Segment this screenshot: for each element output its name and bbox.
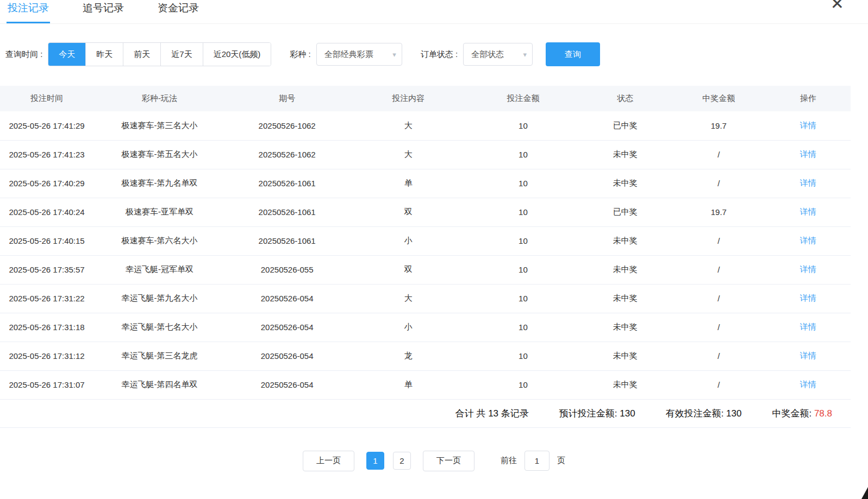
cell-prize: / [672,226,765,255]
detail-link[interactable]: 详情 [800,322,816,331]
summary-valid-amount: 有效投注金额: 130 [666,407,742,420]
filter-bar: 查询时间 : 今天 昨天 前天 近7天 近20天(低频) 彩种 : 全部经典彩票… [0,42,868,66]
cell-prize: / [672,370,765,399]
cell-game: 极速赛车-第九名单双 [93,169,226,198]
goto-page: 前往 页 [501,451,565,471]
tab-fund-records[interactable]: 资金记录 [157,0,200,23]
tab-chase-records[interactable]: 追号记录 [82,0,125,23]
table-row: 2025-05-26 17:31:12 幸运飞艇-第三名龙虎 20250526-… [0,342,851,370]
cell-content: 双 [349,198,468,226]
cell-content: 单 [349,370,468,399]
time-filter-group: 今天 昨天 前天 近7天 近20天(低频) [48,42,271,66]
table-header-row: 投注时间 彩种-玩法 期号 投注内容 投注金额 状态 中奖金额 操作 [0,86,851,111]
cell-game: 幸运飞艇-第七名大小 [93,313,226,342]
cell-action: 详情 [765,111,851,140]
lottery-filter-label: 彩种 : [290,49,310,60]
cell-amount: 10 [468,370,578,399]
cell-content: 大 [349,284,468,313]
cell-bet-time: 2025-05-26 17:40:15 [0,226,93,255]
table-row: 2025-05-26 17:41:29 极速赛车-第三名大小 20250526-… [0,111,851,140]
col-header-game: 彩种-玩法 [93,86,226,111]
page-number-1[interactable]: 1 [366,452,384,470]
cell-content: 双 [349,255,468,284]
cell-status: 未中奖 [578,342,672,370]
cell-prize: 19.7 [672,111,765,140]
time-option-today[interactable]: 今天 [48,43,86,66]
cell-prize: / [672,284,765,313]
table-body: 2025-05-26 17:41:29 极速赛车-第三名大小 20250526-… [0,111,851,399]
cell-issue: 20250526-1062 [226,140,349,169]
goto-page-unit: 页 [557,456,565,466]
time-option-last20days[interactable]: 近20天(低频) [203,43,271,66]
detail-link[interactable]: 详情 [800,121,816,130]
cell-status: 已中奖 [578,198,672,226]
detail-link[interactable]: 详情 [800,149,816,159]
summary-prize-amount: 中奖金额: 78.8 [772,407,832,420]
cell-game: 幸运飞艇-第九名大小 [93,284,226,313]
col-header-issue: 期号 [226,86,349,111]
cell-action: 详情 [765,313,851,342]
table-row: 2025-05-26 17:40:24 极速赛车-亚军单双 20250526-1… [0,198,851,226]
cell-amount: 10 [468,140,578,169]
cell-status: 未中奖 [578,140,672,169]
summary-expected-amount: 预计投注金额: 130 [559,407,635,420]
cell-action: 详情 [765,140,851,169]
cell-content: 龙 [349,342,468,370]
table-row: 2025-05-26 17:40:29 极速赛车-第九名单双 20250526-… [0,169,851,198]
cell-game: 幸运飞艇-冠军单双 [93,255,226,284]
table-row: 2025-05-26 17:41:23 极速赛车-第五名大小 20250526-… [0,140,851,169]
cell-action: 详情 [765,226,851,255]
detail-link[interactable]: 详情 [800,351,816,360]
tab-betting-records[interactable]: 投注记录 [7,0,50,23]
cell-prize: / [672,169,765,198]
cell-prize: / [672,140,765,169]
cell-amount: 10 [468,111,578,140]
cell-issue: 20250526-055 [226,255,349,284]
detail-link[interactable]: 详情 [800,178,816,187]
cell-bet-time: 2025-05-26 17:31:12 [0,342,93,370]
cell-amount: 10 [468,255,578,284]
order-status-select[interactable]: 全部状态 ▾ [463,43,533,66]
pagination: 上一页 1 2 下一页 前往 页 [0,451,868,471]
detail-link[interactable]: 详情 [800,264,816,274]
cell-game: 极速赛车-亚军单双 [93,198,226,226]
cell-action: 详情 [765,342,851,370]
table-row: 2025-05-26 17:40:15 极速赛车-第六名大小 20250526-… [0,226,851,255]
cell-bet-time: 2025-05-26 17:31:07 [0,370,93,399]
search-button[interactable]: 查询 [546,42,600,66]
detail-link[interactable]: 详情 [800,236,816,245]
cell-issue: 20250526-054 [226,342,349,370]
time-filter-label: 查询时间 : [5,49,42,60]
cell-amount: 10 [468,169,578,198]
page-corner-artifact [861,487,868,499]
cell-issue: 20250526-1061 [226,226,349,255]
cell-amount: 10 [468,313,578,342]
time-option-yesterday[interactable]: 昨天 [86,43,123,66]
time-option-last7days[interactable]: 近7天 [161,43,203,66]
detail-link[interactable]: 详情 [800,293,816,302]
detail-link[interactable]: 详情 [800,207,816,216]
goto-page-input[interactable] [524,451,549,471]
cell-game: 幸运飞艇-第四名单双 [93,370,226,399]
page-number-2[interactable]: 2 [393,452,411,470]
cell-bet-time: 2025-05-26 17:41:29 [0,111,93,140]
lottery-select-value: 全部经典彩票 [324,49,373,60]
order-status-label: 订单状态 : [421,49,458,60]
table-row: 2025-05-26 17:35:57 幸运飞艇-冠军单双 20250526-0… [0,255,851,284]
cell-bet-time: 2025-05-26 17:31:22 [0,284,93,313]
col-header-status: 状态 [578,86,672,111]
lottery-select[interactable]: 全部经典彩票 ▾ [316,43,402,66]
cell-status: 已中奖 [578,111,672,140]
prev-page-button[interactable]: 上一页 [303,451,354,471]
cell-issue: 20250526-054 [226,370,349,399]
time-option-day-before[interactable]: 前天 [123,43,161,66]
next-page-button[interactable]: 下一页 [423,451,474,471]
cell-bet-time: 2025-05-26 17:40:24 [0,198,93,226]
order-status-value: 全部状态 [471,49,504,60]
close-icon[interactable]: ✕ [830,0,844,12]
col-header-prize: 中奖金额 [672,86,765,111]
detail-link[interactable]: 详情 [800,380,816,389]
summary-bar: 合计 共 13 条记录 预计投注金额: 130 有效投注金额: 130 中奖金额… [0,400,851,428]
cell-game: 极速赛车-第五名大小 [93,140,226,169]
cell-content: 小 [349,226,468,255]
